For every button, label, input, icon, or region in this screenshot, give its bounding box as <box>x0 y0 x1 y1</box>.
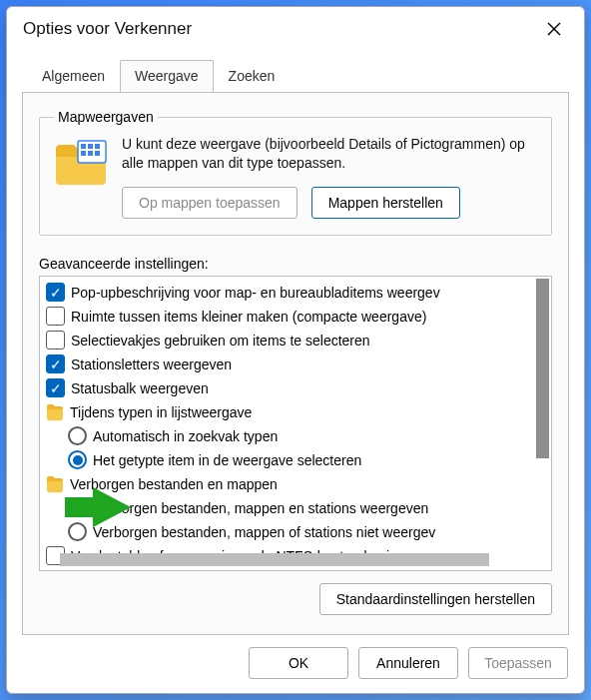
folder-views-group: Mapweergaven U kunt deze weergave (bijvo… <box>39 109 552 236</box>
checkbox-icon <box>46 331 65 350</box>
vertical-scrollbar-thumb[interactable] <box>536 279 549 458</box>
window-title: Opties voor Verkenner <box>23 19 192 39</box>
close-button[interactable] <box>532 13 576 45</box>
folder-icon <box>46 476 64 492</box>
checkbox-icon: ✓ <box>46 354 65 373</box>
view-panel: Mapweergaven U kunt deze weergave (bijvo… <box>22 92 569 635</box>
setting-row[interactable]: Automatisch in zoekvak typen <box>46 424 551 448</box>
advanced-settings-list[interactable]: ✓Pop-upbeschrijving voor map- en bureaub… <box>39 276 552 571</box>
tab-search[interactable]: Zoeken <box>214 60 291 92</box>
setting-row[interactable]: Verborgen bestanden, mappen en stations … <box>46 496 551 520</box>
setting-row[interactable]: ✓Statusbalk weergeven <box>46 376 551 400</box>
setting-label: Tijdens typen in lijstweergave <box>70 404 252 420</box>
folder-views-icon <box>54 139 110 187</box>
setting-label: Pop-upbeschrijving voor map- en bureaubl… <box>71 285 440 301</box>
folder-views-legend: Mapweergaven <box>54 109 158 125</box>
setting-row[interactable]: ✓Stationsletters weergeven <box>46 352 551 376</box>
dialog-button-bar: OK Annuleren Toepassen <box>7 635 584 693</box>
explorer-options-dialog: Opties voor Verkenner Algemeen Weergave … <box>6 6 585 694</box>
reset-folders-button[interactable]: Mappen herstellen <box>311 187 460 219</box>
setting-label: Ruimte tussen items kleiner maken (compa… <box>71 309 426 325</box>
radio-icon <box>68 450 87 469</box>
advanced-settings-label: Geavanceerde instellingen: <box>39 256 552 272</box>
folder-views-description: U kunt deze weergave (bijvoorbeeld Detai… <box>122 135 537 173</box>
svg-rect-6 <box>81 151 86 156</box>
apply-button[interactable]: Toepassen <box>468 647 568 679</box>
horizontal-scrollbar-thumb[interactable] <box>60 553 489 566</box>
setting-label: Statusbalk weergeven <box>71 380 209 396</box>
advanced-settings-container: ✓Pop-upbeschrijving voor map- en bureaub… <box>39 276 552 571</box>
setting-label: Verborgen bestanden en mappen <box>70 476 278 492</box>
setting-label: Het getypte item in de weergave selecter… <box>93 452 361 468</box>
svg-rect-8 <box>95 151 100 156</box>
checkbox-icon <box>46 307 65 326</box>
setting-row[interactable]: Het getypte item in de weergave selecter… <box>46 448 551 472</box>
apply-to-folders-button[interactable]: Op mappen toepassen <box>122 187 297 219</box>
tab-view[interactable]: Weergave <box>120 60 214 92</box>
svg-rect-5 <box>95 144 100 149</box>
titlebar: Opties voor Verkenner <box>7 7 584 51</box>
cancel-button[interactable]: Annuleren <box>358 647 458 679</box>
setting-label: Selectievakjes gebruiken om items te sel… <box>71 333 370 349</box>
close-icon <box>547 22 561 36</box>
ok-button[interactable]: OK <box>249 647 348 679</box>
tab-strip: Algemeen Weergave Zoeken <box>7 51 584 92</box>
setting-row: Verborgen bestanden en mappen <box>46 472 551 496</box>
restore-defaults-button[interactable]: Standaardinstellingen herstellen <box>319 583 552 615</box>
svg-rect-3 <box>81 144 86 149</box>
setting-row[interactable]: Selectievakjes gebruiken om items te sel… <box>46 329 551 352</box>
svg-rect-4 <box>88 144 93 149</box>
radio-icon <box>68 426 87 445</box>
setting-label: Verborgen bestanden, mappen en stations … <box>93 500 428 516</box>
setting-label: Stationsletters weergeven <box>71 356 232 372</box>
radio-icon <box>68 498 87 517</box>
tab-general[interactable]: Algemeen <box>27 60 120 92</box>
setting-label: Automatisch in zoekvak typen <box>93 428 278 444</box>
setting-row: Tijdens typen in lijstweergave <box>46 400 551 424</box>
radio-icon <box>68 522 87 541</box>
checkbox-icon: ✓ <box>46 378 65 397</box>
setting-row[interactable]: Ruimte tussen items kleiner maken (compa… <box>46 305 551 329</box>
svg-rect-7 <box>88 151 93 156</box>
setting-label: Verborgen bestanden, mappen of stations … <box>93 524 435 540</box>
folder-icon <box>46 404 64 420</box>
setting-row[interactable]: ✓Pop-upbeschrijving voor map- en bureaub… <box>46 281 551 305</box>
setting-row[interactable]: Verborgen bestanden, mappen of stations … <box>46 520 551 544</box>
checkbox-icon: ✓ <box>46 283 65 302</box>
